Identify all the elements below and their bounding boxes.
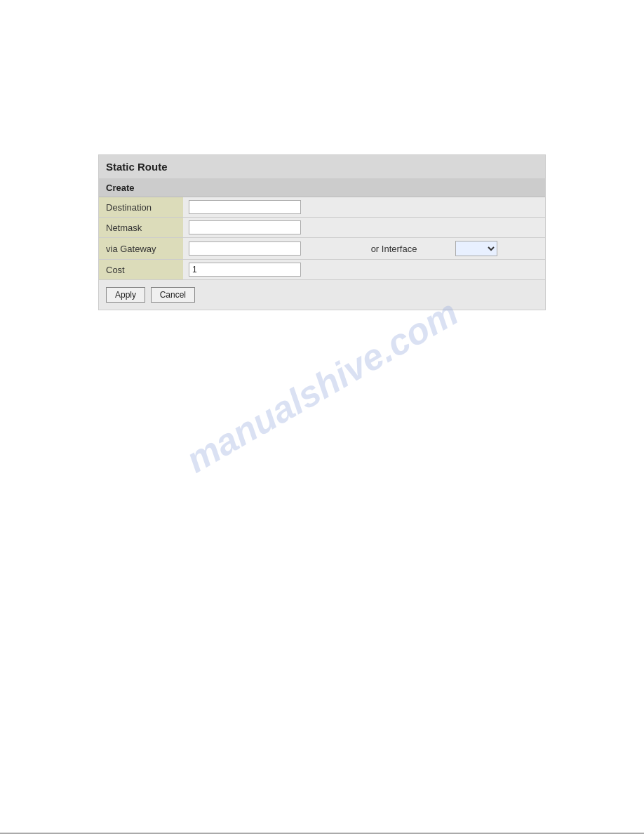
cost-empty2 — [450, 260, 528, 280]
cost-input[interactable] — [189, 263, 301, 277]
cancel-button[interactable]: Cancel — [151, 287, 195, 303]
cost-row: Cost — [99, 260, 545, 280]
cost-input-cell — [183, 260, 365, 280]
page-container: Static Route Create Destination — [0, 0, 644, 834]
netmask-input-cell — [183, 218, 365, 238]
gateway-input[interactable] — [189, 241, 301, 256]
destination-empty2 — [450, 197, 528, 218]
netmask-row: Netmask — [99, 218, 545, 238]
static-route-panel: Static Route Create Destination — [98, 154, 546, 310]
interface-select[interactable] — [455, 241, 497, 256]
gateway-input-cell — [183, 238, 365, 260]
gateway-label: via Gateway — [99, 238, 183, 260]
destination-empty1 — [365, 197, 450, 218]
interface-select-cell — [450, 238, 528, 260]
panel-title-text: Static Route — [106, 161, 168, 173]
cost-label: Cost — [99, 260, 183, 280]
cost-empty3 — [528, 260, 545, 280]
main-content: Static Route Create Destination — [98, 154, 546, 310]
watermark: manualshive.com — [179, 291, 465, 481]
section-header-text: Create — [106, 183, 134, 193]
cost-empty1 — [365, 260, 450, 280]
destination-empty3 — [528, 197, 545, 218]
netmask-empty1 — [365, 218, 450, 238]
destination-input-cell — [183, 197, 365, 218]
destination-input[interactable] — [189, 200, 301, 214]
gateway-empty — [528, 238, 545, 260]
netmask-input[interactable] — [189, 220, 301, 234]
or-interface-label: or Interface — [365, 238, 450, 260]
gateway-row: via Gateway or Interface — [99, 238, 545, 260]
netmask-empty3 — [528, 218, 545, 238]
apply-button[interactable]: Apply — [106, 287, 145, 303]
destination-row: Destination — [99, 197, 545, 218]
panel-title: Static Route — [99, 155, 545, 179]
button-row: Apply Cancel — [99, 280, 545, 310]
section-header: Create — [99, 179, 545, 197]
form-table: Destination Netmask — [99, 197, 545, 280]
netmask-empty2 — [450, 218, 528, 238]
netmask-label: Netmask — [99, 218, 183, 238]
destination-label: Destination — [99, 197, 183, 218]
